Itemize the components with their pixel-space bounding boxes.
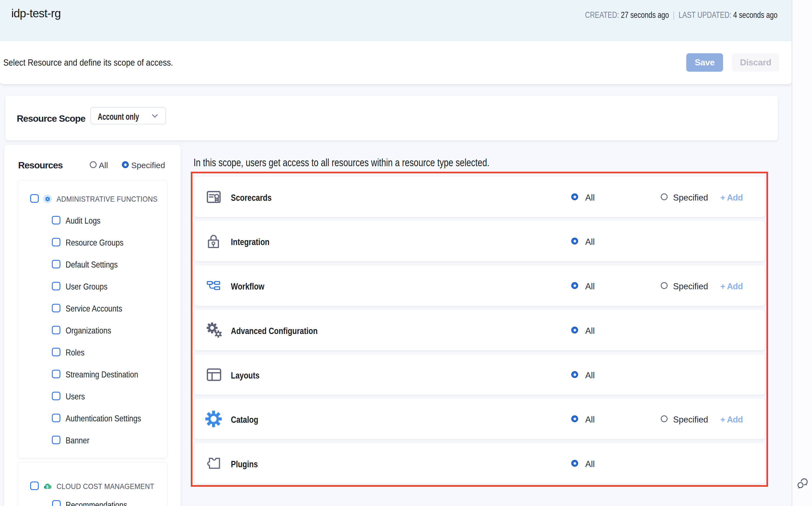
svg-text:$: $	[46, 484, 48, 489]
